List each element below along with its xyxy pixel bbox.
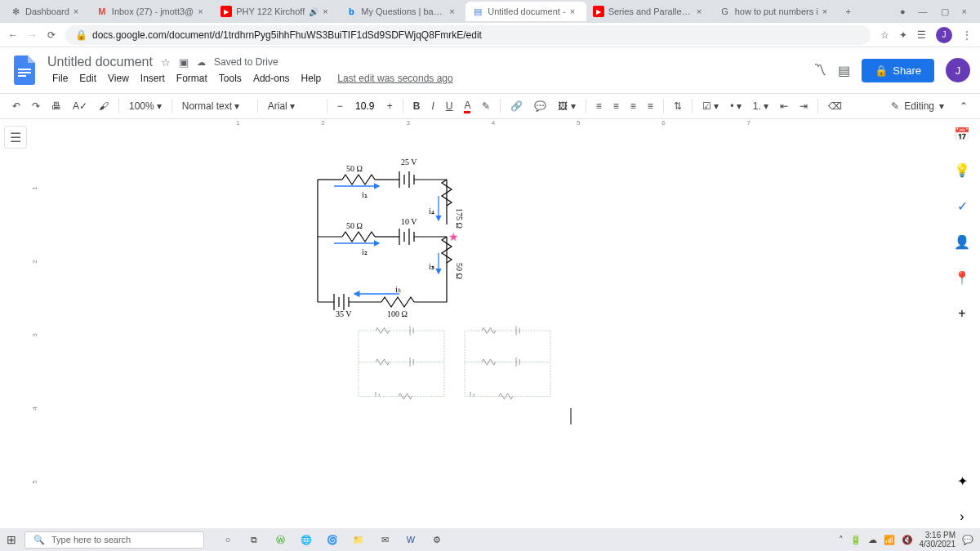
redo-icon[interactable]: ↷ [28, 97, 44, 115]
close-icon[interactable]: × [449, 7, 459, 16]
zoom-select[interactable]: 100% ▾ [125, 97, 166, 115]
print-icon[interactable]: 🖶 [47, 97, 65, 115]
taskbar-search[interactable]: 🔍 Type here to search [24, 531, 204, 549]
close-icon[interactable]: × [198, 7, 207, 16]
account-icon[interactable]: ● [900, 7, 906, 17]
user-avatar[interactable]: J [946, 58, 970, 82]
extensions-icon[interactable]: ✦ [899, 29, 907, 41]
menu-file[interactable]: File [47, 71, 73, 86]
app-mail-icon[interactable]: ✉ [376, 531, 394, 549]
undo-icon[interactable]: ↶ [8, 97, 24, 115]
app-webex-icon[interactable]: Ⓦ [271, 531, 289, 549]
style-select[interactable]: Normal text ▾ [178, 97, 252, 115]
star-doc-icon[interactable]: ☆ [161, 56, 171, 69]
font-size-input[interactable] [350, 100, 380, 112]
new-tab-button[interactable]: + [839, 7, 858, 16]
keep-icon[interactable]: 💡 [951, 158, 973, 181]
menu-format[interactable]: Format [172, 71, 212, 86]
close-window-icon[interactable]: × [962, 7, 967, 17]
move-doc-icon[interactable]: ▣ [179, 56, 189, 69]
tray-wifi-icon[interactable]: 📶 [884, 535, 895, 545]
app-chrome-icon[interactable]: 🌐 [297, 531, 315, 549]
tray-volume-icon[interactable]: 🔇 [902, 535, 913, 545]
contacts-icon[interactable]: 👤 [951, 230, 973, 253]
tray-onedrive-icon[interactable]: ☁ [868, 535, 877, 545]
app-edge-icon[interactable]: 🌀 [323, 531, 341, 549]
close-icon[interactable]: × [323, 7, 332, 16]
highlight-icon[interactable]: ✎ [478, 97, 494, 115]
align-justify-icon[interactable]: ≡ [644, 97, 657, 115]
tray-chevron-icon[interactable]: ˄ [839, 535, 844, 545]
align-right-icon[interactable]: ≡ [626, 97, 640, 115]
close-icon[interactable]: × [822, 7, 832, 16]
start-icon[interactable]: ⊞ [7, 533, 16, 546]
tab-google-search[interactable]: Ghow to put numbers i× [713, 2, 839, 21]
app-explorer-icon[interactable]: 📁 [350, 531, 368, 549]
menu-tools[interactable]: Tools [214, 71, 247, 86]
font-size-increase[interactable]: + [383, 97, 397, 115]
maps-icon[interactable]: 📍 [951, 266, 973, 289]
bold-icon[interactable]: B [409, 97, 425, 115]
share-button[interactable]: 🔒Share [862, 59, 934, 82]
line-spacing-icon[interactable]: ⇅ [670, 97, 686, 115]
paint-format-icon[interactable]: 🖌 [95, 97, 113, 115]
align-center-icon[interactable]: ≡ [609, 97, 623, 115]
tab-youtube-phy[interactable]: ▶PHY 122 Kirchoff🔊× [214, 2, 339, 21]
app-settings-icon[interactable]: ⚙ [428, 531, 446, 549]
menu-help[interactable]: Help [296, 71, 327, 86]
app-word-icon[interactable]: W [402, 531, 420, 549]
menu-view[interactable]: View [103, 71, 134, 86]
show-panel-icon[interactable]: › [951, 505, 973, 528]
profile-avatar[interactable]: J [936, 27, 952, 43]
cortana-icon[interactable]: ○ [219, 531, 237, 549]
star-icon[interactable]: ☆ [880, 29, 889, 41]
spellcheck-icon[interactable]: A✓ [69, 97, 91, 115]
doc-title[interactable]: Untitled document [47, 55, 153, 69]
reload-icon[interactable]: ⟳ [47, 29, 56, 41]
close-icon[interactable]: × [570, 7, 580, 16]
number-list-icon[interactable]: 1. ▾ [749, 97, 773, 115]
docs-logo-icon[interactable] [10, 56, 39, 85]
tasks-icon[interactable]: ✓ [951, 194, 973, 217]
activity-icon[interactable]: 〽 [813, 63, 826, 78]
last-edit-link[interactable]: Last edit was seconds ago [332, 71, 457, 86]
notifications-icon[interactable]: 💬 [962, 535, 973, 545]
tab-docs-active[interactable]: ▤Untitled document - × [466, 2, 586, 21]
checklist-icon[interactable]: ☑ ▾ [698, 97, 723, 115]
font-select[interactable]: Arial ▾ [264, 97, 321, 115]
calendar-icon[interactable]: 📅 [951, 122, 973, 145]
document-page[interactable]: ★ 50 Ω 25 V 50 Ω 10 V 175 Ω 50 Ω 35 V 10… [228, 131, 759, 522]
tray-battery-icon[interactable]: 🔋 [850, 535, 862, 545]
menu-insert[interactable]: Insert [136, 71, 170, 86]
reading-list-icon[interactable]: ☰ [917, 29, 926, 41]
comments-icon[interactable]: ▤ [838, 63, 850, 78]
align-left-icon[interactable]: ≡ [592, 97, 606, 115]
kebab-icon[interactable]: ⋮ [962, 29, 972, 41]
minimize-icon[interactable]: — [919, 7, 928, 17]
outline-toggle-icon[interactable]: ☰ [4, 126, 27, 149]
back-icon[interactable]: ← [8, 29, 18, 41]
bullet-list-icon[interactable]: • ▾ [726, 97, 746, 115]
tab-gmail[interactable]: MInbox (27) - jmott3@× [90, 2, 214, 21]
cloud-icon[interactable]: ☁ [197, 57, 206, 68]
url-field[interactable]: 🔒 docs.google.com/document/d/1trdhrnPyg5… [65, 25, 871, 45]
close-icon[interactable]: × [74, 7, 83, 16]
clear-format-icon[interactable]: ⌫ [824, 97, 846, 115]
explore-icon[interactable]: ✦ [951, 469, 973, 492]
menu-edit[interactable]: Edit [74, 71, 101, 86]
image-icon[interactable]: 🖼 ▾ [554, 97, 579, 115]
tab-bartleby[interactable]: bMy Questions | bartle× [339, 2, 466, 21]
tab-dashboard[interactable]: ✻Dashboard× [3, 2, 90, 21]
indent-icon[interactable]: ⇥ [795, 97, 812, 115]
close-icon[interactable]: × [697, 7, 706, 16]
font-size-decrease[interactable]: − [333, 97, 347, 115]
text-color-icon[interactable]: A [460, 96, 474, 117]
tab-youtube-series[interactable]: ▶Series and Parallel Cir× [586, 2, 713, 21]
menu-addons[interactable]: Add-ons [248, 71, 295, 86]
task-view-icon[interactable]: ⧉ [245, 531, 263, 549]
italic-icon[interactable]: I [427, 97, 438, 115]
add-panel-icon[interactable]: + [951, 302, 973, 325]
link-icon[interactable]: 🔗 [506, 97, 527, 115]
taskbar-clock[interactable]: 3:16 PM 4/30/2021 [920, 531, 956, 549]
mode-select[interactable]: ✎ Editing ▾ [883, 97, 952, 115]
